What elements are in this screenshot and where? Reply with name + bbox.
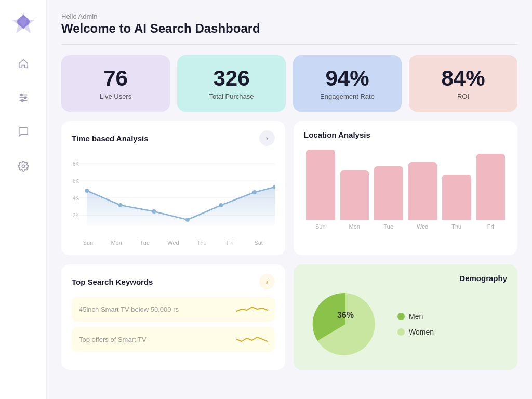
- bar-group-tue: Tue: [374, 147, 403, 230]
- legend-item-men: Men: [397, 312, 434, 321]
- bar-label-mon: Mon: [349, 223, 360, 230]
- bar-group-wed: Wed: [408, 147, 437, 230]
- total-purchase-label: Total Purchase: [188, 92, 275, 100]
- bar-sun: [306, 150, 335, 220]
- bottom-row: Top Search Keywords › 45inch Smart TV be…: [61, 264, 517, 370]
- keyword-text-2: Top offers of Smart TV: [79, 336, 147, 343]
- page-title: Welcome to AI Search Dashboard: [61, 21, 517, 36]
- x-label-tue: Tue: [130, 240, 159, 246]
- svg-text:4K: 4K: [73, 195, 79, 201]
- greeting-text: Hello Admin: [61, 12, 517, 20]
- engagement-value: 94%: [303, 66, 391, 90]
- bar-label-sun: Sun: [315, 223, 326, 230]
- line-chart: 8K 6K 4K 2K: [72, 153, 275, 236]
- keyword-item-1: 45inch Smart TV below 50,000 rs: [72, 297, 275, 322]
- time-chart-title: Time based Analysis: [72, 134, 149, 143]
- x-label-mon: Mon: [102, 240, 131, 246]
- svg-point-22: [185, 218, 190, 222]
- svg-point-21: [152, 209, 156, 214]
- keywords-next-button[interactable]: ›: [259, 274, 275, 289]
- bar-wed: [408, 162, 437, 220]
- location-analysis-card: Location Analysis Sun Mon Tue Wed: [294, 121, 517, 255]
- svg-point-20: [118, 203, 123, 207]
- bar-group-thu: Thu: [442, 147, 471, 230]
- roi-label: ROI: [419, 92, 507, 100]
- engagement-label: Engagement Rate: [303, 92, 391, 100]
- demography-legend: Men Women: [397, 312, 434, 336]
- keywords-card: Top Search Keywords › 45inch Smart TV be…: [61, 264, 285, 370]
- x-label-fri: Fri: [216, 240, 245, 246]
- svg-text:8K: 8K: [73, 161, 79, 167]
- live-users-value: 76: [72, 66, 159, 90]
- time-chart-next-button[interactable]: ›: [259, 130, 275, 146]
- svg-point-5: [21, 100, 23, 102]
- keyword-sparkline-1: [236, 303, 268, 315]
- bar-tue: [374, 166, 403, 220]
- legend-dot-women: [397, 328, 405, 336]
- demography-card: Demography 36% Men: [294, 264, 517, 370]
- stats-row: 76 Live Users 326 Total Purchase 94% Eng…: [61, 55, 517, 112]
- charts-row: Time based Analysis › 8K 6K 4K 2K: [61, 121, 517, 255]
- sidebar: [0, 0, 47, 399]
- x-label-wed: Wed: [159, 240, 188, 246]
- svg-point-24: [252, 190, 257, 194]
- bar-group-mon: Mon: [340, 147, 369, 230]
- time-chart-x-labels: Sun Mon Tue Wed Thu Fri Sat: [72, 240, 275, 246]
- main-content: Hello Admin Welcome to AI Search Dashboa…: [47, 0, 532, 399]
- svg-point-19: [85, 189, 89, 193]
- stat-card-roi: 84% ROI: [409, 55, 517, 112]
- bar-label-wed: Wed: [417, 223, 428, 230]
- stat-card-total-purchase: 326 Total Purchase: [177, 55, 286, 112]
- bar-group-sun: Sun: [306, 147, 335, 230]
- legend-item-women: Women: [397, 328, 434, 336]
- legend-label-women: Women: [409, 328, 434, 336]
- location-chart-title: Location Analysis: [304, 130, 370, 139]
- svg-text:2K: 2K: [73, 212, 79, 218]
- svg-point-4: [24, 97, 26, 99]
- legend-dot-men: [397, 313, 405, 320]
- svg-point-3: [20, 94, 22, 96]
- time-analysis-card: Time based Analysis › 8K 6K 4K 2K: [61, 121, 285, 255]
- bar-group-fri: Fri: [476, 147, 506, 230]
- sidebar-item-settings[interactable]: [14, 157, 33, 176]
- svg-point-9: [22, 165, 25, 168]
- bar-label-tue: Tue: [383, 223, 393, 230]
- keyword-sparkline-2: [236, 333, 268, 345]
- sidebar-item-home[interactable]: [14, 54, 33, 73]
- x-label-sun: Sun: [74, 240, 102, 246]
- pie-percent-label: 36%: [337, 311, 354, 320]
- pie-chart: 36%: [304, 288, 387, 361]
- x-label-sat: Sat: [244, 240, 273, 246]
- x-label-thu: Thu: [188, 240, 216, 246]
- demography-title: Demography: [304, 274, 507, 283]
- pie-chart-svg: [304, 288, 387, 361]
- roi-value: 84%: [419, 66, 507, 90]
- live-users-label: Live Users: [72, 92, 159, 100]
- sidebar-item-chat[interactable]: [14, 123, 33, 141]
- stat-card-engagement: 94% Engagement Rate: [293, 55, 402, 112]
- time-chart-header: Time based Analysis ›: [72, 130, 275, 146]
- svg-point-23: [219, 203, 223, 207]
- dashboard-header: Hello Admin Welcome to AI Search Dashboa…: [61, 12, 517, 45]
- svg-marker-18: [87, 187, 275, 226]
- sidebar-item-sliders[interactable]: [14, 88, 33, 107]
- legend-label-men: Men: [409, 312, 423, 321]
- keyword-item-2: Top offers of Smart TV: [72, 327, 275, 352]
- bar-fri: [476, 154, 506, 220]
- svg-text:6K: 6K: [73, 178, 79, 184]
- keyword-text-1: 45inch Smart TV below 50,000 rs: [79, 305, 179, 313]
- bar-label-thu: Thu: [451, 223, 461, 230]
- logo: [12, 10, 35, 33]
- keywords-header: Top Search Keywords ›: [72, 274, 275, 289]
- location-chart-header: Location Analysis: [304, 130, 507, 139]
- bar-thu: [442, 175, 471, 220]
- total-purchase-value: 326: [188, 66, 275, 90]
- demography-content: 36% Men Women: [304, 288, 507, 361]
- bar-label-fri: Fri: [487, 223, 494, 230]
- bar-mon: [340, 170, 369, 220]
- keywords-title: Top Search Keywords: [72, 277, 153, 286]
- line-chart-svg: 8K 6K 4K 2K: [72, 153, 275, 236]
- bar-chart: Sun Mon Tue Wed Thu: [304, 147, 507, 230]
- stat-card-live-users: 76 Live Users: [61, 55, 170, 112]
